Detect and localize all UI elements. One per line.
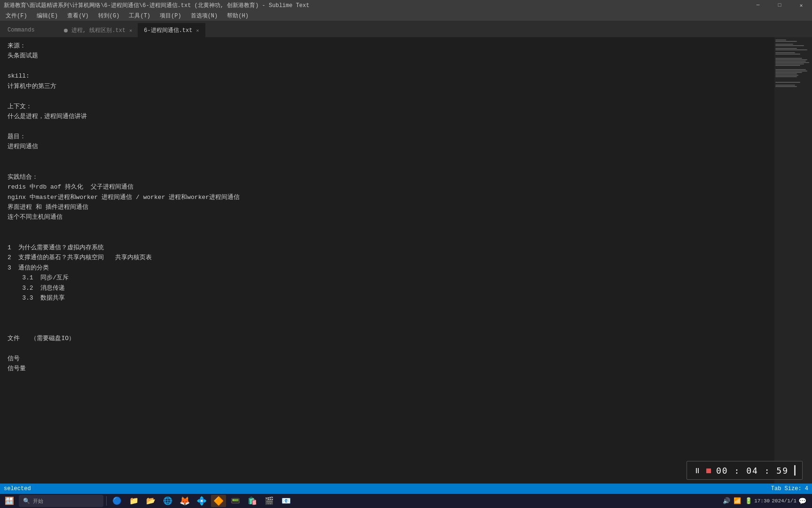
minimap-line <box>775 49 807 50</box>
minimap-line <box>775 54 800 55</box>
search-label: 开始 <box>33 498 43 505</box>
minimap-line <box>775 40 786 40</box>
files-icon: 📂 <box>146 496 156 506</box>
start-button[interactable]: 🪟 <box>2 495 17 507</box>
tab-ipc-label: 6-进程间通信.txt <box>144 26 192 34</box>
code-line: 来源： <box>8 41 767 51</box>
browser-icon: 🌐 <box>163 496 172 506</box>
code-line: 2 支撑通信的基石？共享内核空间 共享内核页表 <box>8 253 767 262</box>
code-line: 信号 <box>8 354 767 364</box>
tab-ipc-close-icon[interactable]: ✕ <box>196 28 199 33</box>
code-line: 3.1 同步/互斥 <box>8 273 767 283</box>
code-line: 界面进程 和 插件进程间通信 <box>8 202 767 212</box>
code-line: 3.3 数据共享 <box>8 293 767 303</box>
menu-view[interactable]: 查看(V) <box>63 11 93 21</box>
extra-icon: 📧 <box>281 496 291 506</box>
menu-edit[interactable]: 编辑(E) <box>33 11 62 21</box>
commands-label: Commands <box>8 27 35 33</box>
content-area: 来源：头条面试题 skill:计算机中的第三方 上下文：什么是进程，进程间通信讲… <box>0 37 812 484</box>
code-line <box>8 232 767 242</box>
taskbar-file-manager[interactable]: 📁 <box>126 495 141 507</box>
menu-tools[interactable]: 工具(T) <box>125 11 154 21</box>
code-line <box>8 162 767 172</box>
menu-project[interactable]: 项目(P) <box>156 11 185 21</box>
minimap-line <box>775 52 795 53</box>
start-icon: 🪟 <box>5 496 14 506</box>
minimap-line <box>775 76 797 77</box>
minimap-line <box>775 64 804 64</box>
code-line: 题目： <box>8 132 767 142</box>
menu-help[interactable]: 帮助(H) <box>223 11 252 21</box>
code-line: 头条面试题 <box>8 51 767 61</box>
title-text: 新港教育\面试题精讲系列\计算机网络\6-进程间通信\6-进程间通信.txt (… <box>4 1 309 9</box>
minimap-line <box>775 86 797 87</box>
timer-bar-indicator <box>794 465 796 476</box>
code-line <box>8 303 767 313</box>
minimap-line <box>775 72 802 73</box>
status-tab-size: Tab Size: 4 <box>771 485 808 492</box>
editor[interactable]: 来源：头条面试题 skill:计算机中的第三方 上下文：什么是进程，进程间通信讲… <box>0 37 774 484</box>
minimize-button[interactable]: ─ <box>747 0 769 10</box>
code-line <box>8 313 767 323</box>
taskbar-media[interactable]: 🎬 <box>262 495 277 507</box>
minimap-line <box>775 75 798 76</box>
vscode-icon: 💠 <box>197 496 206 506</box>
menu-goto[interactable]: 转到(G) <box>94 11 124 21</box>
minimap-line <box>775 48 797 49</box>
taskbar-tray: 🔊 📶 🔋 17:30 2024/1/1 💬 <box>723 497 810 505</box>
firefox-icon: 🦊 <box>180 496 189 506</box>
code-line <box>8 222 767 232</box>
tab-process-diff[interactable]: 进程, 线程区别.txt ✕ <box>58 23 138 37</box>
taskbar-store[interactable]: 🛍️ <box>245 495 260 507</box>
tray-icons: 🔊 📶 🔋 <box>723 497 753 505</box>
close-button[interactable]: ✕ <box>790 0 812 10</box>
minimap-line <box>775 45 804 46</box>
store-icon: 🛍️ <box>248 496 257 506</box>
taskbar-extra[interactable]: 📧 <box>279 495 294 507</box>
code-line: 3 通信的分类 <box>8 263 767 273</box>
minimap-line <box>775 62 809 63</box>
timer-overlay: ⏸ ⏹ 00 : 04 : 59 <box>687 461 803 480</box>
tab-close-icon[interactable]: ✕ <box>129 28 132 33</box>
status-right: Tab Size: 4 <box>771 485 808 492</box>
code-line <box>8 122 767 132</box>
taskbar-sublime[interactable]: 🔶 <box>211 495 226 507</box>
taskbar: 🪟 🔍 开始 🔵 📁 📂 🌐 🦊 💠 🔶 📟 🛍️ 🎬 📧 🔊 📶 🔋 17:3… <box>0 494 812 508</box>
minimap-line <box>775 41 797 42</box>
taskbar-vscode[interactable]: 💠 <box>194 495 209 507</box>
menu-file[interactable]: 文件(F) <box>2 11 31 21</box>
timer-pause-button[interactable]: ⏸ <box>694 466 701 475</box>
notification-icon[interactable]: 💬 <box>798 497 806 505</box>
menu-preferences[interactable]: 首选项(N) <box>187 11 222 21</box>
code-line <box>8 343 767 353</box>
tab-process-diff-label: 进程, 线程区别.txt <box>71 26 125 34</box>
maximize-button[interactable]: □ <box>769 0 790 10</box>
taskbar-cortana[interactable]: 🔵 <box>109 495 125 507</box>
title-bar: 新港教育\面试题精讲系列\计算机网络\6-进程间通信\6-进程间通信.txt (… <box>0 0 812 10</box>
code-line <box>8 61 767 71</box>
minimap-line <box>775 61 806 62</box>
taskbar-browser[interactable]: 🌐 <box>160 495 175 507</box>
minimap-line <box>775 59 807 60</box>
minimap-line <box>775 71 807 71</box>
code-line: 连个不同主机间通信 <box>8 212 767 222</box>
media-icon: 🎬 <box>265 496 274 506</box>
status-left: selected <box>4 485 31 492</box>
tab-ipc[interactable]: 6-进程间通信.txt ✕ <box>138 23 205 37</box>
taskbar-terminal[interactable]: 📟 <box>228 495 243 507</box>
tray-time: 17:30 <box>754 498 770 504</box>
taskbar-files[interactable]: 📂 <box>143 495 158 507</box>
tray-date: 2024/1/1 <box>772 498 796 504</box>
search-bar[interactable]: 🔍 开始 <box>19 495 103 507</box>
minimap <box>774 37 812 484</box>
timer-display: 00 : 04 : 59 <box>716 466 789 476</box>
code-line: 1 为什么需要通信？虚拟内存系统 <box>8 243 767 253</box>
taskbar-firefox[interactable]: 🦊 <box>177 495 192 507</box>
minimap-line <box>775 58 802 59</box>
minimap-line <box>775 73 797 74</box>
code-line: redis 中rdb aof 持久化 父子进程间通信 <box>8 182 767 192</box>
cortana-icon: 🔵 <box>112 496 122 506</box>
code-line: nginx 中master进程和worker 进程间通信 / worker 进程… <box>8 192 767 202</box>
timer-stop-button[interactable]: ⏹ <box>705 466 712 475</box>
commands-panel[interactable]: Commands <box>2 23 58 37</box>
